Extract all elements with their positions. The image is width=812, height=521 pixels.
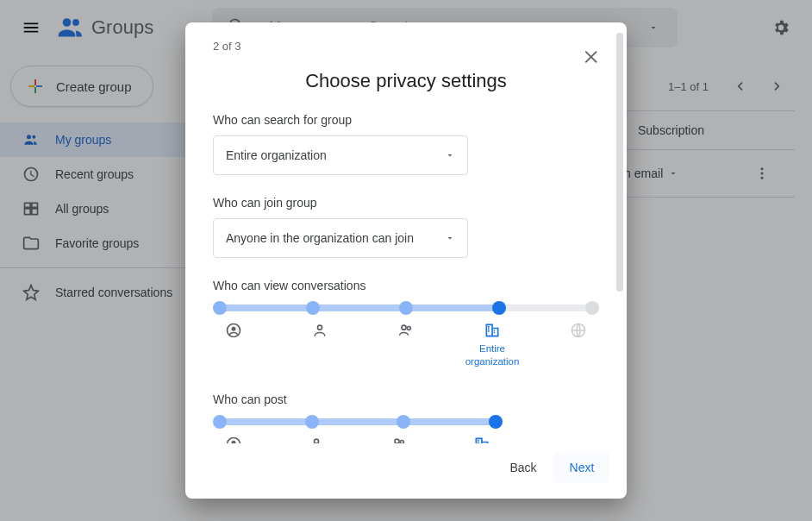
person-icon	[308, 436, 325, 443]
slider-option-managers	[294, 322, 346, 368]
svg-point-15	[315, 439, 319, 443]
person-circle-icon	[225, 322, 242, 339]
privacy-settings-dialog: 2 of 3 Choose privacy settings Who can s…	[185, 22, 627, 499]
person-circle-icon	[225, 436, 242, 443]
slider-option-owners	[208, 436, 259, 443]
slider-node-organization[interactable]	[492, 301, 506, 315]
slider-option-owners	[208, 322, 259, 368]
next-button[interactable]: Next	[554, 452, 609, 483]
svg-point-11	[407, 327, 410, 330]
dialog-title: Choose privacy settings	[213, 70, 599, 92]
svg-point-17	[400, 440, 403, 443]
join-group-select[interactable]: Anyone in the organization can join	[213, 218, 468, 258]
who-can-post-label: Who can post	[213, 392, 599, 406]
dialog-step: 2 of 3	[213, 40, 599, 53]
slider-node-managers[interactable]	[306, 301, 320, 315]
svg-point-10	[402, 325, 406, 330]
slider-node-managers[interactable]	[305, 415, 319, 429]
globe-icon	[570, 322, 587, 339]
slider-option-organization: Entire organization	[466, 322, 518, 368]
dialog-scrollbar[interactable]	[616, 33, 623, 352]
slider-option-managers	[290, 436, 342, 443]
search-for-group-select[interactable]: Entire organization	[213, 135, 468, 175]
modal-scrim[interactable]: 2 of 3 Choose privacy settings Who can s…	[0, 0, 812, 521]
who-can-post-slider[interactable]	[216, 418, 499, 425]
search-for-group-value: Entire organization	[226, 148, 327, 162]
svg-point-16	[395, 439, 399, 443]
slider-option-organization: Entire organization	[456, 436, 508, 443]
slider-node-owners[interactable]	[213, 415, 227, 429]
building-icon	[473, 436, 490, 443]
slider-option-text: Entire organization	[465, 342, 520, 368]
slider-node-members[interactable]	[397, 415, 410, 429]
slider-option-web	[553, 322, 604, 368]
group-icon	[390, 436, 408, 443]
search-for-group-label: Who can search for group	[213, 113, 599, 127]
slider-node-web[interactable]	[585, 301, 599, 315]
view-conversations-slider[interactable]	[216, 304, 596, 311]
slider-node-organization[interactable]	[489, 415, 503, 429]
who-can-post-group: Who can post Entire o	[213, 392, 599, 443]
view-conversations-label: Who can view conversations	[213, 279, 599, 292]
join-group-value: Anyone in the organization can join	[226, 231, 414, 245]
building-icon	[484, 322, 501, 339]
chevron-down-icon	[445, 233, 455, 243]
svg-point-14	[232, 441, 236, 443]
scrollbar-thumb[interactable]	[616, 33, 623, 292]
view-conversations-group: Who can view conversations	[213, 279, 599, 368]
group-icon	[397, 322, 415, 339]
slider-option-members	[380, 322, 432, 368]
slider-node-owners[interactable]	[213, 301, 227, 315]
slider-node-members[interactable]	[399, 301, 413, 315]
slider-option-members	[373, 436, 425, 443]
svg-point-8	[232, 327, 236, 331]
join-group-label: Who can join group	[213, 196, 599, 210]
person-icon	[311, 322, 328, 339]
svg-point-9	[318, 325, 322, 330]
back-button[interactable]: Back	[496, 452, 551, 483]
chevron-down-icon	[445, 150, 455, 160]
